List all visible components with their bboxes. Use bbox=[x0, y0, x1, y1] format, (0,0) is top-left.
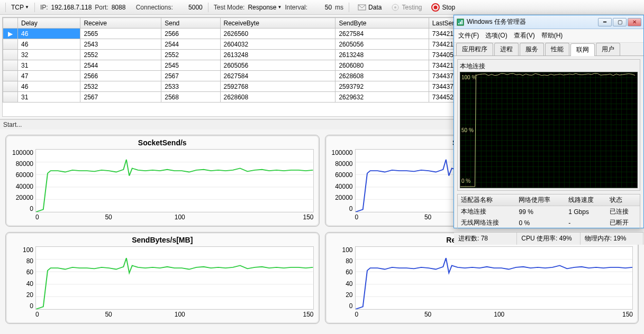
chevron-down-icon: ▼ bbox=[277, 5, 282, 10]
testmode-combo[interactable]: Response ▼ bbox=[248, 4, 282, 11]
status-mem: 物理内存: 19% bbox=[580, 233, 643, 245]
protocol-value: TCP bbox=[11, 4, 24, 11]
tab-4[interactable]: 联网 bbox=[570, 43, 595, 56]
interval-unit-label: ms bbox=[335, 4, 343, 11]
chart-panel: ReceiveBytes/s[MB]100806040200050100150 bbox=[325, 232, 639, 324]
tab-0[interactable]: 应用程序 bbox=[456, 43, 493, 55]
svg-rect-30 bbox=[458, 23, 459, 24]
chart-y-axis: 100806040200 bbox=[11, 246, 35, 310]
mail-icon bbox=[358, 3, 366, 12]
tab-5[interactable]: 用户 bbox=[596, 43, 620, 55]
stop-icon bbox=[431, 3, 440, 12]
tab-2[interactable]: 服务 bbox=[520, 43, 544, 55]
menu-item[interactable]: 文件(F) bbox=[458, 31, 479, 40]
connections-field[interactable]: 5000 bbox=[176, 4, 203, 11]
chart-x-axis: 050100150 bbox=[355, 311, 633, 318]
protocol-combo[interactable]: TCP ▼ bbox=[11, 4, 29, 11]
adapter-header[interactable]: 线路速度 bbox=[565, 194, 606, 206]
graph-ylabel: 50 % bbox=[461, 127, 474, 133]
adapter-header[interactable]: 适配器名称 bbox=[458, 194, 515, 206]
chart-y-axis: 100000800006000040000200000 bbox=[11, 149, 35, 212]
grid-header[interactable]: Receive bbox=[80, 18, 161, 29]
port-field[interactable]: 8088 bbox=[112, 4, 133, 11]
svg-point-4 bbox=[434, 5, 438, 9]
testmode-label: Test Mode: bbox=[214, 4, 245, 11]
stop-button-label: Stop bbox=[442, 4, 455, 11]
graph-ylabel: 0 % bbox=[461, 178, 470, 184]
menu-item[interactable]: 查看(V) bbox=[514, 31, 535, 40]
ip-field[interactable]: 192.168.7.118 bbox=[51, 4, 92, 11]
svg-point-2 bbox=[394, 6, 396, 8]
graph-ylabel: 100 % bbox=[461, 75, 476, 80]
grid-header[interactable]: Delay bbox=[18, 18, 80, 29]
testing-button-label: Testing bbox=[402, 4, 422, 11]
toolbar: TCP ▼ IP: 192.168.7.118 Port: 8088 Conne… bbox=[0, 0, 644, 15]
testing-button: Testing bbox=[388, 2, 425, 13]
grid-header[interactable]: Send bbox=[161, 18, 220, 29]
taskmgr-icon bbox=[456, 18, 465, 26]
adapter-row[interactable]: 无线网络连接0 %-已断开 bbox=[458, 217, 640, 228]
chart-x-axis: 050100150 bbox=[35, 214, 314, 221]
chart-plot bbox=[35, 149, 314, 212]
adapter-row[interactable]: 本地连接99 %1 Gbps已连接 bbox=[458, 206, 640, 218]
svg-rect-32 bbox=[461, 20, 462, 24]
chart-plot bbox=[355, 246, 633, 310]
tab-3[interactable]: 性能 bbox=[545, 43, 569, 55]
taskmgr-status-bar: 进程数: 78 CPU 使用率: 49% 物理内存: 19% bbox=[454, 232, 643, 245]
network-graph: 100 %50 %0 % bbox=[460, 72, 638, 188]
connections-label: Connections: bbox=[136, 4, 173, 11]
data-button[interactable]: Data bbox=[355, 2, 385, 13]
minimize-button[interactable]: ━ bbox=[598, 18, 612, 26]
status-cpu: CPU 使用率: 49% bbox=[517, 233, 580, 245]
chevron-down-icon: ▼ bbox=[25, 5, 29, 10]
port-label: Port: bbox=[95, 4, 108, 11]
chart-x-axis: 050100150 bbox=[35, 311, 314, 318]
maximize-button[interactable]: ▢ bbox=[613, 18, 627, 26]
tab-1[interactable]: 进程 bbox=[494, 43, 519, 55]
stop-button[interactable]: Stop bbox=[428, 2, 458, 13]
network-group-label: 本地连接 bbox=[460, 62, 638, 71]
grid-header[interactable]: ReceiveByte bbox=[220, 18, 335, 29]
chart-y-axis: 100806040200 bbox=[331, 246, 355, 310]
interval-label: Interval: bbox=[285, 4, 307, 11]
window-title: Windows 任务管理器 bbox=[467, 17, 526, 26]
adapters-table[interactable]: 适配器名称网络使用率线路速度状态本地连接99 %1 Gbps已连接无线网络连接0… bbox=[457, 194, 640, 229]
data-button-label: Data bbox=[368, 4, 382, 11]
menu-item[interactable]: 帮助(H) bbox=[541, 31, 563, 40]
adapter-header[interactable]: 状态 bbox=[606, 194, 640, 206]
task-manager-window[interactable]: Windows 任务管理器 ━ ▢ ✕ 文件(F)选项(O)查看(V)帮助(H)… bbox=[453, 15, 644, 228]
chart-title: SendBytes/s[MB] bbox=[11, 236, 314, 244]
adapter-header[interactable]: 网络使用率 bbox=[515, 194, 565, 206]
close-button[interactable]: ✕ bbox=[628, 18, 641, 26]
tab-strip: 应用程序进程服务性能联网用户 bbox=[454, 43, 643, 56]
chart-y-axis: 100000800006000040000200000 bbox=[331, 149, 355, 212]
interval-field[interactable]: 50 bbox=[311, 4, 332, 11]
chart-panel: SendBytes/s[MB]100806040200050100150 bbox=[5, 232, 320, 324]
target-icon bbox=[391, 3, 400, 12]
chart-title: SocketSend/s bbox=[11, 138, 314, 147]
menu-bar: 文件(F)选项(O)查看(V)帮助(H) bbox=[454, 29, 643, 43]
status-proc: 进程数: 78 bbox=[454, 233, 517, 245]
grid-header[interactable]: SendByte bbox=[335, 18, 429, 29]
menu-item[interactable]: 选项(O) bbox=[485, 31, 507, 40]
chart-panel: SocketSend/s1000008000060000400002000000… bbox=[5, 135, 320, 227]
svg-rect-31 bbox=[460, 22, 461, 24]
testmode-value: Response bbox=[248, 4, 276, 11]
chart-plot bbox=[35, 246, 314, 310]
ip-label: IP: bbox=[40, 4, 48, 11]
titlebar[interactable]: Windows 任务管理器 ━ ▢ ✕ bbox=[454, 15, 643, 29]
